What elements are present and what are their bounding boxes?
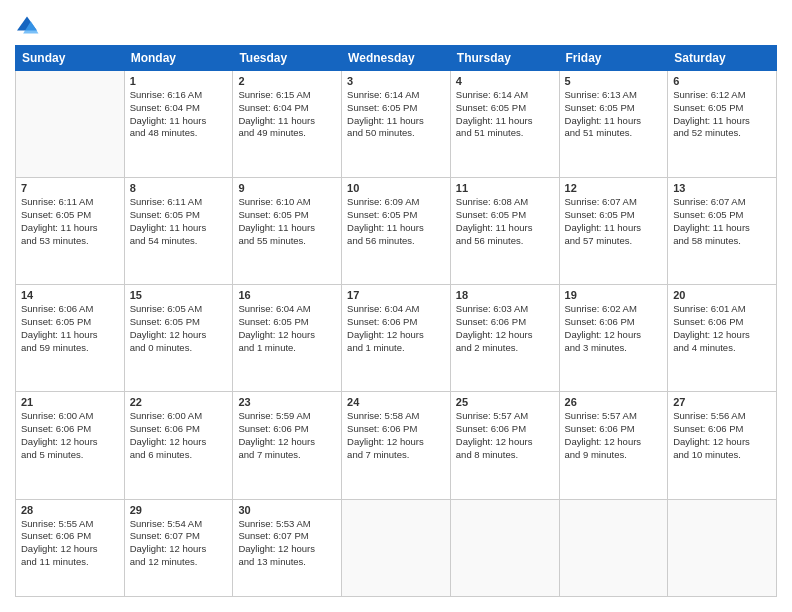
day-number: 7	[21, 182, 119, 194]
week-row-4: 21Sunrise: 6:00 AM Sunset: 6:06 PM Dayli…	[16, 392, 777, 499]
day-info: Sunrise: 6:06 AM Sunset: 6:05 PM Dayligh…	[21, 303, 119, 354]
day-header-thursday: Thursday	[450, 46, 559, 71]
day-cell	[559, 499, 668, 596]
logo-icon	[15, 15, 39, 35]
day-info: Sunrise: 6:05 AM Sunset: 6:05 PM Dayligh…	[130, 303, 228, 354]
day-info: Sunrise: 6:12 AM Sunset: 6:05 PM Dayligh…	[673, 89, 771, 140]
day-number: 14	[21, 289, 119, 301]
day-number: 11	[456, 182, 554, 194]
calendar-body: 1Sunrise: 6:16 AM Sunset: 6:04 PM Daylig…	[16, 71, 777, 597]
day-cell: 24Sunrise: 5:58 AM Sunset: 6:06 PM Dayli…	[342, 392, 451, 499]
day-number: 2	[238, 75, 336, 87]
day-cell	[342, 499, 451, 596]
day-cell	[668, 499, 777, 596]
day-info: Sunrise: 5:56 AM Sunset: 6:06 PM Dayligh…	[673, 410, 771, 461]
day-info: Sunrise: 6:11 AM Sunset: 6:05 PM Dayligh…	[21, 196, 119, 247]
day-info: Sunrise: 5:59 AM Sunset: 6:06 PM Dayligh…	[238, 410, 336, 461]
day-info: Sunrise: 5:53 AM Sunset: 6:07 PM Dayligh…	[238, 518, 336, 569]
day-cell: 9Sunrise: 6:10 AM Sunset: 6:05 PM Daylig…	[233, 178, 342, 285]
day-cell: 10Sunrise: 6:09 AM Sunset: 6:05 PM Dayli…	[342, 178, 451, 285]
day-number: 28	[21, 504, 119, 516]
week-row-5: 28Sunrise: 5:55 AM Sunset: 6:06 PM Dayli…	[16, 499, 777, 596]
day-cell: 30Sunrise: 5:53 AM Sunset: 6:07 PM Dayli…	[233, 499, 342, 596]
page: SundayMondayTuesdayWednesdayThursdayFrid…	[0, 0, 792, 612]
week-row-1: 1Sunrise: 6:16 AM Sunset: 6:04 PM Daylig…	[16, 71, 777, 178]
day-info: Sunrise: 6:08 AM Sunset: 6:05 PM Dayligh…	[456, 196, 554, 247]
day-number: 19	[565, 289, 663, 301]
day-cell: 2Sunrise: 6:15 AM Sunset: 6:04 PM Daylig…	[233, 71, 342, 178]
day-number: 13	[673, 182, 771, 194]
day-cell: 14Sunrise: 6:06 AM Sunset: 6:05 PM Dayli…	[16, 285, 125, 392]
day-number: 4	[456, 75, 554, 87]
day-cell: 18Sunrise: 6:03 AM Sunset: 6:06 PM Dayli…	[450, 285, 559, 392]
day-info: Sunrise: 6:01 AM Sunset: 6:06 PM Dayligh…	[673, 303, 771, 354]
day-info: Sunrise: 5:57 AM Sunset: 6:06 PM Dayligh…	[456, 410, 554, 461]
header	[15, 15, 777, 35]
day-cell: 3Sunrise: 6:14 AM Sunset: 6:05 PM Daylig…	[342, 71, 451, 178]
day-number: 12	[565, 182, 663, 194]
day-number: 18	[456, 289, 554, 301]
day-header-tuesday: Tuesday	[233, 46, 342, 71]
day-number: 26	[565, 396, 663, 408]
day-cell: 23Sunrise: 5:59 AM Sunset: 6:06 PM Dayli…	[233, 392, 342, 499]
day-cell: 5Sunrise: 6:13 AM Sunset: 6:05 PM Daylig…	[559, 71, 668, 178]
day-cell: 25Sunrise: 5:57 AM Sunset: 6:06 PM Dayli…	[450, 392, 559, 499]
day-cell: 17Sunrise: 6:04 AM Sunset: 6:06 PM Dayli…	[342, 285, 451, 392]
logo	[15, 15, 43, 35]
day-number: 17	[347, 289, 445, 301]
day-number: 3	[347, 75, 445, 87]
day-info: Sunrise: 6:16 AM Sunset: 6:04 PM Dayligh…	[130, 89, 228, 140]
day-info: Sunrise: 6:15 AM Sunset: 6:04 PM Dayligh…	[238, 89, 336, 140]
day-header-saturday: Saturday	[668, 46, 777, 71]
day-number: 10	[347, 182, 445, 194]
day-cell: 21Sunrise: 6:00 AM Sunset: 6:06 PM Dayli…	[16, 392, 125, 499]
day-number: 23	[238, 396, 336, 408]
day-header-sunday: Sunday	[16, 46, 125, 71]
week-row-3: 14Sunrise: 6:06 AM Sunset: 6:05 PM Dayli…	[16, 285, 777, 392]
day-number: 8	[130, 182, 228, 194]
day-header-friday: Friday	[559, 46, 668, 71]
day-cell: 13Sunrise: 6:07 AM Sunset: 6:05 PM Dayli…	[668, 178, 777, 285]
day-info: Sunrise: 6:14 AM Sunset: 6:05 PM Dayligh…	[347, 89, 445, 140]
day-info: Sunrise: 5:57 AM Sunset: 6:06 PM Dayligh…	[565, 410, 663, 461]
day-info: Sunrise: 6:00 AM Sunset: 6:06 PM Dayligh…	[21, 410, 119, 461]
day-cell	[16, 71, 125, 178]
day-number: 25	[456, 396, 554, 408]
day-number: 16	[238, 289, 336, 301]
day-cell: 15Sunrise: 6:05 AM Sunset: 6:05 PM Dayli…	[124, 285, 233, 392]
day-number: 20	[673, 289, 771, 301]
day-info: Sunrise: 5:54 AM Sunset: 6:07 PM Dayligh…	[130, 518, 228, 569]
day-cell: 22Sunrise: 6:00 AM Sunset: 6:06 PM Dayli…	[124, 392, 233, 499]
day-info: Sunrise: 6:09 AM Sunset: 6:05 PM Dayligh…	[347, 196, 445, 247]
day-cell: 26Sunrise: 5:57 AM Sunset: 6:06 PM Dayli…	[559, 392, 668, 499]
day-cell: 29Sunrise: 5:54 AM Sunset: 6:07 PM Dayli…	[124, 499, 233, 596]
day-cell: 11Sunrise: 6:08 AM Sunset: 6:05 PM Dayli…	[450, 178, 559, 285]
day-info: Sunrise: 6:13 AM Sunset: 6:05 PM Dayligh…	[565, 89, 663, 140]
day-cell: 8Sunrise: 6:11 AM Sunset: 6:05 PM Daylig…	[124, 178, 233, 285]
day-info: Sunrise: 5:55 AM Sunset: 6:06 PM Dayligh…	[21, 518, 119, 569]
day-header-monday: Monday	[124, 46, 233, 71]
header-row: SundayMondayTuesdayWednesdayThursdayFrid…	[16, 46, 777, 71]
day-header-wednesday: Wednesday	[342, 46, 451, 71]
day-info: Sunrise: 6:03 AM Sunset: 6:06 PM Dayligh…	[456, 303, 554, 354]
day-number: 9	[238, 182, 336, 194]
week-row-2: 7Sunrise: 6:11 AM Sunset: 6:05 PM Daylig…	[16, 178, 777, 285]
day-cell: 1Sunrise: 6:16 AM Sunset: 6:04 PM Daylig…	[124, 71, 233, 178]
day-info: Sunrise: 6:02 AM Sunset: 6:06 PM Dayligh…	[565, 303, 663, 354]
day-info: Sunrise: 6:04 AM Sunset: 6:06 PM Dayligh…	[347, 303, 445, 354]
day-cell: 6Sunrise: 6:12 AM Sunset: 6:05 PM Daylig…	[668, 71, 777, 178]
day-number: 22	[130, 396, 228, 408]
day-cell: 27Sunrise: 5:56 AM Sunset: 6:06 PM Dayli…	[668, 392, 777, 499]
calendar: SundayMondayTuesdayWednesdayThursdayFrid…	[15, 45, 777, 597]
day-number: 21	[21, 396, 119, 408]
day-number: 29	[130, 504, 228, 516]
day-cell: 7Sunrise: 6:11 AM Sunset: 6:05 PM Daylig…	[16, 178, 125, 285]
day-number: 30	[238, 504, 336, 516]
day-cell: 4Sunrise: 6:14 AM Sunset: 6:05 PM Daylig…	[450, 71, 559, 178]
day-number: 5	[565, 75, 663, 87]
day-cell: 20Sunrise: 6:01 AM Sunset: 6:06 PM Dayli…	[668, 285, 777, 392]
day-info: Sunrise: 6:11 AM Sunset: 6:05 PM Dayligh…	[130, 196, 228, 247]
day-cell: 12Sunrise: 6:07 AM Sunset: 6:05 PM Dayli…	[559, 178, 668, 285]
day-cell: 19Sunrise: 6:02 AM Sunset: 6:06 PM Dayli…	[559, 285, 668, 392]
day-number: 6	[673, 75, 771, 87]
